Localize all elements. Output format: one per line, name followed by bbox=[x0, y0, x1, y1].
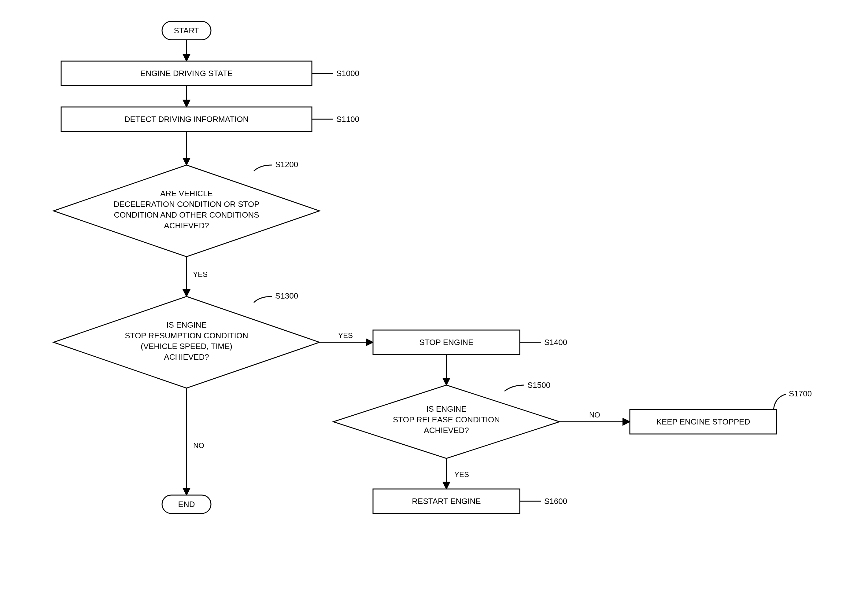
flowchart: START ENGINE DRIVING STATE S1000 DETECT … bbox=[0, 0, 868, 610]
decision-s1300-l4: ACHIEVED? bbox=[164, 352, 209, 362]
terminal-start-text: START bbox=[174, 26, 199, 35]
decision-s1500-label: S1500 bbox=[527, 381, 550, 390]
decision-s1300-label: S1300 bbox=[275, 291, 298, 300]
edge-yes-label: YES bbox=[193, 270, 208, 279]
edge-no-label: NO bbox=[193, 441, 204, 449]
process-s1000-text: ENGINE DRIVING STATE bbox=[140, 69, 232, 78]
decision-s1200-l1: ARE VEHICLE bbox=[160, 189, 213, 198]
label-leader bbox=[254, 165, 272, 171]
label-leader bbox=[254, 296, 272, 303]
decision-s1500-l2: STOP RELEASE CONDITION bbox=[393, 415, 500, 424]
process-s1600-label: S1600 bbox=[544, 497, 567, 506]
label-leader bbox=[504, 385, 524, 391]
edge-no-label: NO bbox=[589, 411, 600, 419]
decision-s1300-l3: (VEHICLE SPEED, TIME) bbox=[141, 342, 232, 351]
terminal-end-text: END bbox=[178, 500, 195, 509]
decision-s1200-label: S1200 bbox=[275, 160, 298, 169]
decision-s1200-l3: CONDITION AND OTHER CONDITIONS bbox=[114, 210, 259, 220]
process-s1000-label: S1000 bbox=[336, 69, 359, 78]
process-s1600-text: RESTART ENGINE bbox=[412, 497, 480, 506]
decision-s1500-l3: ACHIEVED? bbox=[424, 426, 469, 435]
decision-s1300-l2: STOP RESUMPTION CONDITION bbox=[125, 331, 248, 340]
label-leader bbox=[773, 394, 786, 410]
process-s1100-label: S1100 bbox=[336, 115, 359, 124]
edge-yes-label: YES bbox=[338, 331, 353, 339]
process-s1100-text: DETECT DRIVING INFORMATION bbox=[124, 115, 249, 124]
process-s1400-label: S1400 bbox=[544, 338, 567, 347]
process-s1700-label: S1700 bbox=[789, 389, 812, 398]
process-s1700-text: KEEP ENGINE STOPPED bbox=[656, 417, 750, 426]
decision-s1300-l1: IS ENGINE bbox=[166, 320, 206, 330]
decision-s1500-l1: IS ENGINE bbox=[426, 404, 466, 413]
decision-s1200-l4: ACHIEVED? bbox=[164, 221, 209, 230]
edge-yes-label: YES bbox=[454, 470, 469, 478]
decision-s1200-l2: DECELERATION CONDITION OR STOP bbox=[113, 200, 259, 209]
process-s1400-text: STOP ENGINE bbox=[420, 338, 474, 347]
